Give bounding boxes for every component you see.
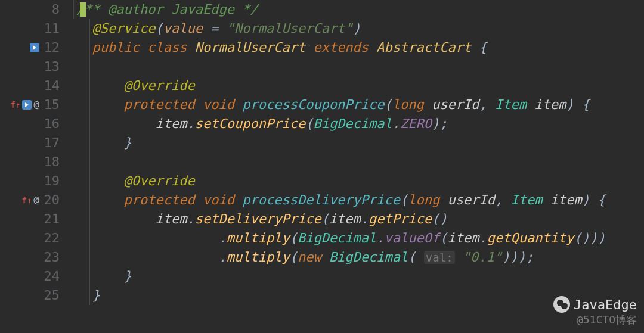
param-hint: val: xyxy=(424,251,455,264)
annotation: @Override xyxy=(123,173,194,188)
override-up-icon[interactable]: f↑ xyxy=(22,191,32,210)
code-line[interactable]: protected void processDeliveryPrice(long… xyxy=(70,191,644,210)
watermark-name: JavaEdge xyxy=(574,297,637,312)
gutter-line: 14 xyxy=(0,76,62,95)
line-number: 16 xyxy=(42,114,60,133)
line-number: 18 xyxy=(42,153,60,172)
code-line[interactable] xyxy=(70,153,644,172)
gutter-line: 17 xyxy=(0,133,62,153)
code-line[interactable]: public class NormalUserCart extends Abst… xyxy=(70,38,644,57)
annotation: @Service xyxy=(92,21,156,36)
line-number: 20 xyxy=(42,191,60,210)
code-line[interactable]: @Service(value = "NormalUserCart") xyxy=(70,19,644,38)
code-editor[interactable]: 8 11 12 13 14 f↑@15 16 17 18 19 f↑@20 21… xyxy=(0,0,644,333)
method-name: processCouponPrice xyxy=(242,97,384,112)
line-number: 12 xyxy=(42,38,60,57)
line-number: 11 xyxy=(42,19,60,38)
gutter-line: 11 xyxy=(0,19,62,38)
line-number: 17 xyxy=(42,133,60,153)
class-name: NormalUserCart xyxy=(195,40,314,55)
code-line[interactable]: @Override xyxy=(70,76,644,95)
gutter-line: 18 xyxy=(0,153,62,172)
line-number: 19 xyxy=(42,172,60,191)
line-number: 14 xyxy=(42,76,60,95)
code-line[interactable]: @Override xyxy=(70,172,644,191)
line-number: 23 xyxy=(42,248,60,267)
code-line[interactable]: } xyxy=(70,267,644,286)
string-literal: "NormalUserCart" xyxy=(227,21,353,36)
gutter-line: f↑@20 xyxy=(0,191,62,210)
line-number: 21 xyxy=(42,210,60,229)
gutter-line: 23 xyxy=(0,248,62,267)
line-number: 22 xyxy=(42,229,60,248)
run-icon[interactable] xyxy=(30,43,39,52)
line-number: 15 xyxy=(42,95,60,114)
gutter-line: 24 xyxy=(0,267,62,286)
line-number: 8 xyxy=(42,0,60,19)
code-line[interactable]: item.setDeliveryPrice(item.getPrice() xyxy=(70,210,644,229)
line-number: 13 xyxy=(42,57,60,76)
run-icon[interactable] xyxy=(22,100,32,110)
wechat-icon xyxy=(553,296,570,313)
code-line[interactable]: /** @author JavaEdge */ xyxy=(70,0,644,19)
at-icon: @ xyxy=(33,95,39,114)
watermark-site: @51CTO博客 xyxy=(553,313,637,327)
code-line[interactable]: item.setCouponPrice(BigDecimal.ZERO); xyxy=(70,114,644,133)
method-name: processDeliveryPrice xyxy=(242,192,400,207)
line-number: 25 xyxy=(42,286,60,305)
gutter-line: 12 xyxy=(0,38,62,57)
override-up-icon[interactable]: f↑ xyxy=(11,95,21,114)
code-line[interactable]: .multiply(BigDecimal.valueOf(item.getQua… xyxy=(70,229,644,248)
line-number: 24 xyxy=(42,267,60,286)
gutter-line: 16 xyxy=(0,114,62,133)
gutter: 8 11 12 13 14 f↑@15 16 17 18 19 f↑@20 21… xyxy=(0,0,66,333)
gutter-line: 21 xyxy=(0,210,62,229)
gutter-line: f↑@15 xyxy=(0,95,62,114)
watermark: JavaEdge @51CTO博客 xyxy=(553,296,637,327)
gutter-line: 8 xyxy=(0,0,62,19)
code-line[interactable] xyxy=(70,57,644,76)
gutter-line: 19 xyxy=(0,172,62,191)
string-literal: "0.1" xyxy=(463,250,502,264)
gutter-line: 13 xyxy=(0,57,62,76)
doc-comment: /** @author JavaEdge */ xyxy=(76,2,258,17)
code-line[interactable]: protected void processCouponPrice(long u… xyxy=(70,95,644,114)
code-area[interactable]: /** @author JavaEdge */ @Service(value =… xyxy=(66,0,644,333)
caret xyxy=(80,2,86,17)
code-line[interactable]: .multiply(new BigDecimal( val: "0.1"))); xyxy=(70,248,644,267)
at-icon: @ xyxy=(33,191,39,210)
constant: ZERO xyxy=(400,116,432,131)
annotation: @Override xyxy=(123,78,194,93)
gutter-line: 25 xyxy=(0,286,62,305)
code-line[interactable]: } xyxy=(70,133,644,153)
gutter-line: 22 xyxy=(0,229,62,248)
